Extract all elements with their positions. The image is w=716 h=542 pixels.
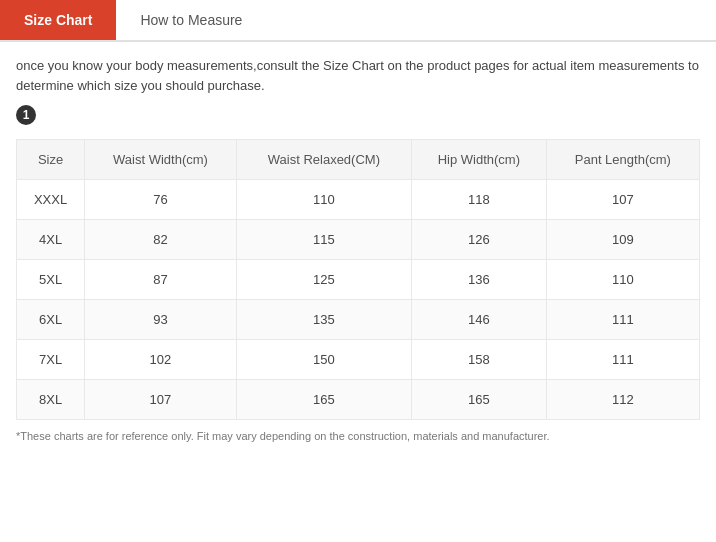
cell-waist_relaxed: 135 xyxy=(236,300,411,340)
cell-pant_length: 111 xyxy=(546,340,699,380)
col-header-pant-length: Pant Length(cm) xyxy=(546,140,699,180)
table-header-row: Size Waist Width(cm) Waist Relaxed(CM) H… xyxy=(17,140,700,180)
cell-waist_relaxed: 115 xyxy=(236,220,411,260)
cell-size: XXXL xyxy=(17,180,85,220)
cell-pant_length: 109 xyxy=(546,220,699,260)
table-row: 4XL82115126109 xyxy=(17,220,700,260)
cell-size: 4XL xyxy=(17,220,85,260)
tab-content: once you know your body measurements,con… xyxy=(0,42,716,456)
col-header-hip-width: Hip Width(cm) xyxy=(411,140,546,180)
cell-size: 5XL xyxy=(17,260,85,300)
cell-size: 8XL xyxy=(17,380,85,420)
cell-waist_relaxed: 165 xyxy=(236,380,411,420)
cell-waist_relaxed: 150 xyxy=(236,340,411,380)
cell-size: 6XL xyxy=(17,300,85,340)
cell-hip_width: 126 xyxy=(411,220,546,260)
cell-waist_width: 107 xyxy=(85,380,237,420)
table-row: 7XL102150158111 xyxy=(17,340,700,380)
cell-waist_relaxed: 110 xyxy=(236,180,411,220)
cell-hip_width: 118 xyxy=(411,180,546,220)
info-badge: 1 xyxy=(16,105,36,125)
cell-waist_relaxed: 125 xyxy=(236,260,411,300)
table-row: XXXL76110118107 xyxy=(17,180,700,220)
table-row: 5XL87125136110 xyxy=(17,260,700,300)
size-table: Size Waist Width(cm) Waist Relaxed(CM) H… xyxy=(16,139,700,420)
cell-hip_width: 146 xyxy=(411,300,546,340)
cell-waist_width: 102 xyxy=(85,340,237,380)
table-row: 6XL93135146111 xyxy=(17,300,700,340)
cell-size: 7XL xyxy=(17,340,85,380)
cell-waist_width: 76 xyxy=(85,180,237,220)
tab-how-to-measure[interactable]: How to Measure xyxy=(116,0,266,40)
cell-pant_length: 110 xyxy=(546,260,699,300)
col-header-waist-width: Waist Width(cm) xyxy=(85,140,237,180)
col-header-waist-relaxed: Waist Relaxed(CM) xyxy=(236,140,411,180)
tab-bar: Size Chart How to Measure xyxy=(0,0,716,42)
cell-hip_width: 165 xyxy=(411,380,546,420)
cell-waist_width: 93 xyxy=(85,300,237,340)
cell-pant_length: 111 xyxy=(546,300,699,340)
tab-size-chart[interactable]: Size Chart xyxy=(0,0,116,40)
col-header-size: Size xyxy=(17,140,85,180)
cell-pant_length: 112 xyxy=(546,380,699,420)
cell-hip_width: 158 xyxy=(411,340,546,380)
cell-waist_width: 87 xyxy=(85,260,237,300)
footer-note: *These charts are for reference only. Fi… xyxy=(16,430,700,448)
cell-pant_length: 107 xyxy=(546,180,699,220)
cell-hip_width: 136 xyxy=(411,260,546,300)
cell-waist_width: 82 xyxy=(85,220,237,260)
table-row: 8XL107165165112 xyxy=(17,380,700,420)
description-text: once you know your body measurements,con… xyxy=(16,56,700,95)
